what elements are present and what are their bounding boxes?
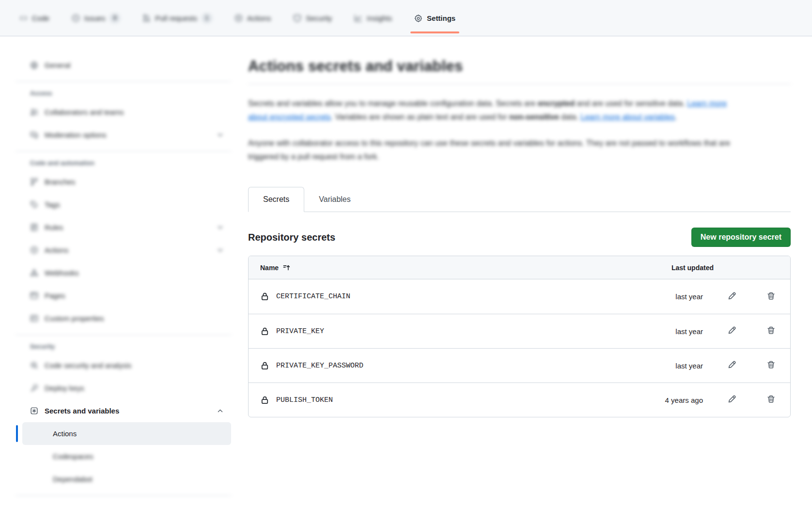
issues-count-badge: 8 — [109, 13, 120, 23]
trash-icon — [766, 360, 776, 371]
lock-icon — [260, 396, 269, 405]
sidebar-item-label: Rules — [45, 223, 216, 231]
sidebar-item-actions[interactable]: Actions — [22, 239, 231, 261]
sidebar-item-label: Secrets and variables — [45, 407, 216, 415]
key-icon — [30, 384, 38, 392]
sidebar-divider — [16, 495, 231, 496]
edit-secret-button[interactable] — [727, 291, 736, 302]
tab-actions[interactable]: Actions — [229, 0, 277, 36]
pencil-icon — [727, 326, 736, 336]
secret-name: PRIVATE_KEY — [276, 327, 324, 336]
sidebar-subitem-dependabot[interactable]: Dependabot — [22, 468, 231, 490]
secret-last-updated: last year — [646, 362, 714, 370]
page-title: Actions secrets and variables — [248, 58, 791, 75]
delete-secret-button[interactable] — [766, 360, 776, 371]
delete-secret-button[interactable] — [766, 326, 776, 336]
codescan-icon — [30, 361, 38, 369]
sidebar-item-rules[interactable]: Rules — [22, 216, 231, 239]
tab-settings[interactable]: Settings — [408, 0, 461, 36]
sidebar-item-label: Codespaces — [53, 452, 224, 460]
tab-insights[interactable]: Insights — [348, 0, 398, 36]
tab-variables[interactable]: Variables — [304, 187, 365, 212]
sidebar-subitem-actions[interactable]: Actions — [22, 422, 231, 445]
sidebar-item-label: Webhooks — [45, 269, 224, 277]
sidebar-item-label: Dependabot — [53, 475, 224, 483]
chevron-up-icon — [216, 407, 224, 415]
sidebar-divider — [16, 151, 231, 152]
secrets-variables-tabnav: Secrets Variables — [248, 187, 791, 212]
sidebar-item-deploy-keys[interactable]: Deploy keys — [22, 377, 231, 399]
name-column-sort[interactable]: Name — [260, 263, 646, 272]
edit-secret-button[interactable] — [727, 326, 736, 336]
sidebar-item-label: Moderation options — [45, 131, 216, 139]
sidebar-item-collaborators[interactable]: Collaborators and teams — [22, 101, 231, 123]
sidebar-item-label: Tags — [45, 200, 224, 209]
trash-icon — [766, 326, 776, 336]
delete-secret-button[interactable] — [766, 291, 776, 302]
secret-name: PUBLISH_TOKEN — [276, 396, 333, 404]
delete-secret-button[interactable] — [766, 395, 776, 405]
secret-last-updated: 4 years ago — [646, 396, 714, 404]
last-updated-column-header: Last updated — [646, 264, 714, 272]
checklist-icon — [30, 223, 38, 231]
code-icon — [19, 14, 28, 22]
main-content: Actions secrets and variables Secrets an… — [248, 36, 791, 417]
pencil-icon — [727, 291, 736, 302]
sidebar-item-code-security[interactable]: Code security and analysis — [22, 354, 231, 377]
text: Secrets and variables allow you to manag… — [248, 99, 538, 107]
secret-name: PRIVATE_KEY_PASSWORD — [276, 362, 363, 370]
sidebar-item-label: Custom properties — [45, 314, 224, 322]
play-circle-icon — [234, 14, 243, 22]
sort-ascending-icon — [282, 263, 291, 272]
tag-icon — [30, 200, 38, 209]
sidebar-item-general[interactable]: General — [22, 54, 231, 76]
tab-pull-requests[interactable]: Pull requests 1 — [137, 0, 218, 36]
tab-pull-requests-label: Pull requests — [155, 14, 197, 22]
sidebar-section-access: Access — [30, 90, 231, 97]
bold-text: encrypted — [538, 99, 575, 107]
lock-icon — [260, 327, 269, 336]
edit-secret-button[interactable] — [727, 360, 736, 371]
secrets-table: Name Last updated CERTIFICATE_CHAIN last… — [248, 256, 791, 417]
sidebar-item-secrets-and-variables[interactable]: Secrets and variables — [22, 399, 231, 422]
browser-icon — [30, 291, 38, 300]
intro-paragraph-1: Secrets and variables allow you to manag… — [248, 97, 747, 124]
tab-settings-label: Settings — [427, 14, 455, 22]
sidebar-item-webhooks[interactable]: Webhooks — [22, 261, 231, 284]
new-repository-secret-button[interactable]: New repository secret — [691, 228, 791, 247]
tab-security-label: Security — [306, 14, 332, 22]
sidebar-item-moderation-options[interactable]: Moderation options — [22, 123, 231, 146]
trash-icon — [766, 395, 776, 405]
learn-more-link[interactable]: Learn more about variables — [580, 113, 675, 121]
note-icon — [30, 314, 38, 322]
lock-icon — [260, 292, 269, 301]
sidebar-item-pages[interactable]: Pages — [22, 284, 231, 307]
key-asterisk-icon — [30, 407, 38, 415]
tab-code-label: Code — [32, 14, 49, 22]
sidebar-item-custom-properties[interactable]: Custom properties — [22, 307, 231, 330]
sidebar-item-label: General — [45, 61, 224, 69]
people-icon — [30, 108, 38, 116]
tab-issues[interactable]: Issues 8 — [66, 0, 126, 36]
secret-row: PUBLISH_TOKEN 4 years ago — [249, 382, 790, 417]
sidebar-item-branches[interactable]: Branches — [22, 170, 231, 193]
tab-code[interactable]: Code — [14, 0, 55, 36]
text: . — [675, 113, 677, 121]
tab-actions-label: Actions — [247, 14, 271, 22]
edit-secret-button[interactable] — [727, 395, 736, 405]
chevron-down-icon — [216, 223, 224, 231]
sidebar-item-label: Actions — [53, 429, 224, 438]
sidebar-divider — [16, 335, 231, 335]
git-pull-request-icon — [142, 14, 151, 22]
sidebar-section-code-automation: Code and automation — [30, 159, 231, 167]
sidebar-item-label: Deploy keys — [45, 384, 224, 392]
sidebar-subitem-codespaces[interactable]: Codespaces — [22, 445, 231, 468]
bold-text: non-sensitive — [509, 113, 559, 121]
sidebar-item-tags[interactable]: Tags — [22, 193, 231, 216]
trash-icon — [766, 291, 776, 302]
tab-issues-label: Issues — [84, 14, 105, 22]
repo-tab-bar: Code Issues 8 Pull requests 1 Actions Se… — [0, 0, 812, 36]
secret-row: PRIVATE_KEY_PASSWORD last year — [249, 348, 790, 382]
tab-security[interactable]: Security — [287, 0, 338, 36]
tab-secrets[interactable]: Secrets — [248, 187, 304, 212]
